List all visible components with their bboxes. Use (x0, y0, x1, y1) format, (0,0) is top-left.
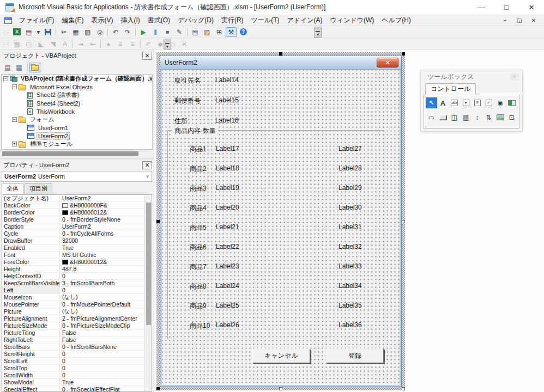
commandbutton-tool[interactable] (437, 112, 449, 123)
label-tool[interactable]: A (437, 97, 449, 108)
property-row[interactable]: ShowModal True (2, 379, 144, 386)
menu-window[interactable]: ウィンドウ(W) (327, 15, 378, 26)
item-name-label[interactable]: Label20 (216, 204, 239, 211)
menu-addins[interactable]: アドイン(A) (283, 15, 326, 26)
object-selector-combobox[interactable]: UserForm2 UserForm ∨ (2, 171, 152, 182)
userform-window-icon[interactable] (4, 17, 12, 24)
property-row[interactable]: Left 0 (2, 287, 144, 294)
redo-button[interactable]: ↷ (122, 27, 133, 37)
properties-window-button[interactable]: ▨ (202, 27, 213, 37)
spinbutton-tool[interactable]: ⇅ (483, 112, 494, 123)
item-qty-label[interactable]: Label30 (339, 204, 362, 211)
property-row[interactable]: BorderStyle 0 - fmBorderStyleNone (2, 216, 144, 223)
property-row[interactable]: DrawBuffer 32000 (2, 237, 144, 244)
item-name-label[interactable]: Label26 (216, 321, 239, 329)
property-value[interactable]: UserForm2 (60, 195, 144, 201)
image-tool[interactable] (494, 112, 506, 123)
listbox-tool[interactable]: ≡ (472, 97, 483, 108)
property-row[interactable]: ScrollHeight 0 (2, 351, 144, 358)
mdi-restore-button[interactable]: ◱ (513, 17, 525, 23)
property-value[interactable]: (なし) (60, 294, 144, 301)
scrollbar-thumb[interactable] (2, 151, 138, 156)
toggle-folders-button[interactable] (29, 63, 40, 72)
item-caption-label[interactable]: 商品5 (190, 223, 207, 232)
property-row[interactable]: KeepScrollBarsVisible 3 - fmScrollBarsBo… (2, 280, 144, 287)
menu-insert[interactable]: 挿入(I) (117, 15, 143, 26)
tree-item-sheet2[interactable]: Sheet2 (請求書) (2, 91, 152, 99)
item-name-label[interactable]: Label24 (216, 282, 239, 290)
property-value[interactable]: 0 - fmSpecialEffectFlat (60, 386, 144, 392)
tree-item-sheet4[interactable]: Sheet4 (Sheet2) (2, 99, 152, 107)
field-value-label[interactable]: Label15 (215, 96, 239, 104)
property-value[interactable]: 0 - fmPictureSizeModeClip (60, 322, 144, 329)
property-row[interactable]: Height 487.8 (2, 266, 144, 273)
menu-run[interactable]: 実行(R) (217, 15, 247, 26)
view-excel-button[interactable]: X (11, 27, 22, 37)
property-value[interactable]: 0 (60, 372, 144, 378)
mdi-close-button[interactable]: ✕ (528, 17, 540, 23)
toolbox-button[interactable]: ⚒ (226, 27, 237, 37)
property-row[interactable]: BackColor &H8000000F& (2, 202, 144, 209)
property-row[interactable]: HelpContextID 0 (2, 273, 144, 280)
multipage-tool[interactable]: ▥ (460, 112, 472, 123)
property-value[interactable]: MS UI Gothic (60, 252, 144, 258)
properties-panel-close-icon[interactable]: ✕ (142, 161, 152, 169)
item-qty-label[interactable]: Label35 (339, 302, 362, 309)
item-caption-label[interactable]: 商品7 (190, 262, 207, 272)
tree-item-excel-objects[interactable]: − Microsoft Excel Objects (2, 83, 152, 91)
combobox-tool[interactable]: ▾ (460, 97, 472, 108)
property-row[interactable]: PictureSizeMode 0 - fmPictureSizeModeCli… (2, 322, 144, 329)
property-value[interactable]: True (60, 379, 144, 385)
mdi-minimize-button[interactable]: − (499, 17, 511, 23)
toolbar-overflow-handle[interactable]: ▼ (164, 39, 171, 50)
property-value[interactable]: 2 - fmPictureAlignmentCenter (60, 315, 144, 322)
properties-vertical-scrollbar[interactable] (144, 195, 152, 391)
copy-button[interactable]: ▦ (70, 27, 81, 37)
project-panel-header[interactable]: プロジェクト - VBAProject ✕ (0, 50, 154, 61)
project-horizontal-scrollbar[interactable] (1, 150, 153, 157)
property-value[interactable]: True (60, 244, 144, 251)
resize-handle-top-right[interactable] (402, 52, 405, 56)
property-row[interactable]: Enabled True (2, 244, 144, 252)
toolbox-close-icon[interactable]: ✕ (510, 73, 519, 81)
toolbar-grip[interactable]: ⋮⋮ (2, 29, 9, 35)
break-button[interactable]: ∥ (150, 27, 161, 37)
item-caption-label[interactable]: 商品6 (190, 243, 207, 252)
property-row[interactable]: MouseIcon (なし) (2, 294, 144, 301)
tree-item-userform2[interactable]: UserForm2 (2, 132, 152, 140)
tree-expander-icon[interactable]: + (12, 142, 17, 146)
property-row[interactable]: MousePointer 0 - fmMousePointerDefault (2, 301, 144, 308)
toolbar-grip[interactable]: ⋮⋮ (2, 41, 9, 47)
resize-handle-right[interactable] (402, 220, 405, 223)
register-button[interactable]: 登録 (326, 348, 384, 363)
scrollbar-tool[interactable]: ↕ (472, 112, 483, 123)
property-value[interactable]: (なし) (60, 308, 144, 315)
property-value[interactable]: 0 (60, 273, 144, 279)
item-caption-label[interactable]: 商品10 (190, 321, 210, 330)
tree-expander-icon[interactable]: − (12, 117, 17, 122)
close-button[interactable]: ✕ (519, 0, 544, 15)
design-mode-button[interactable]: ✎ (174, 27, 185, 37)
property-value[interactable]: False (60, 336, 144, 343)
property-row[interactable]: RightToLeft False (2, 336, 144, 344)
property-row[interactable]: ScrollWidth 0 (2, 372, 144, 379)
field-value-label[interactable]: Label16 (215, 117, 239, 124)
menu-view[interactable]: 表示(V) (87, 15, 117, 26)
project-explorer-button[interactable]: ▤ (190, 27, 201, 37)
tree-expander-icon[interactable]: − (12, 84, 17, 89)
object-browser-button[interactable]: ⊞ (214, 27, 225, 37)
properties-panel-header[interactable]: プロパティ - UserForm2 ✕ (0, 160, 154, 170)
property-value[interactable]: 0 - fmScrollBarsNone (60, 344, 144, 350)
property-value[interactable]: 0 (60, 365, 144, 371)
tree-item-thisworkbook[interactable]: ThisWorkbook (2, 107, 152, 115)
property-value[interactable]: 0 (60, 358, 144, 364)
menu-format[interactable]: 書式(O) (144, 15, 174, 26)
project-panel-close-icon[interactable]: ✕ (142, 52, 152, 60)
property-row[interactable]: Font MS UI Gothic (2, 252, 144, 259)
toolbox-titlebar[interactable]: ツールボックス ✕ (421, 70, 522, 83)
item-name-label[interactable]: Label19 (216, 184, 239, 192)
items-frame[interactable]: 商品内容·数量 商品1 Label17 Label27 (167, 130, 384, 339)
frame-tool[interactable]: ▭ (426, 112, 437, 123)
property-value[interactable]: 3 - fmScrollBarsBoth (60, 280, 144, 286)
field-caption-label[interactable]: 住所 (174, 117, 188, 126)
